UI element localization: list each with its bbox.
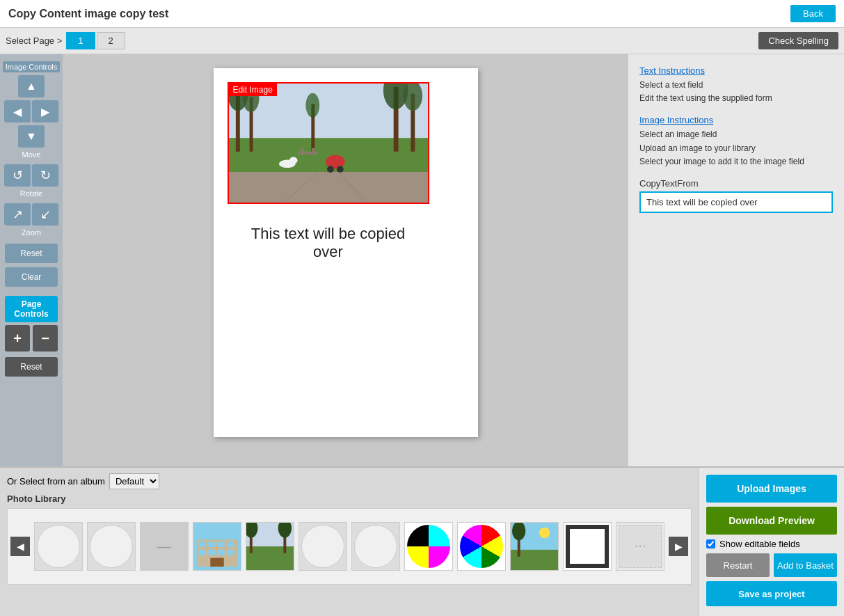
action-row: Restart Add to Basket [706, 553, 837, 577]
show-editable-label: Show editable fields [719, 539, 800, 549]
remove-page-button[interactable]: − [33, 325, 58, 352]
select-page-label: Select Page > [6, 35, 62, 46]
rotate-cw-button[interactable]: ↻ [32, 164, 58, 187]
svg-rect-30 [208, 550, 215, 555]
photo-thumb-rgb[interactable] [457, 522, 506, 571]
album-select[interactable]: Default [109, 473, 159, 489]
header: Copy Content image copy test Back [0, 0, 844, 28]
clear-button[interactable]: Clear [5, 267, 58, 287]
copy-text-input[interactable] [639, 191, 833, 213]
sidebar: Image Controls ▲ ◀ ▶ ▼ Move ↺ ↻ Rotate ↗… [0, 54, 63, 466]
restart-button[interactable]: Restart [706, 553, 770, 577]
image-field[interactable]: Edit Image [228, 82, 429, 204]
page-title: Copy Content image copy test [8, 8, 168, 20]
svg-point-19 [327, 166, 334, 173]
zoom-label: Zoom [22, 228, 41, 237]
text-instructions-body: Select a text fieldEdit the text using t… [639, 79, 833, 105]
photo-thumb-cmyk[interactable] [404, 522, 453, 571]
add-to-basket-button[interactable]: Add to Basket [774, 553, 837, 577]
photo-strip: ◀ — [7, 508, 692, 585]
album-row: Or Select from an album Default [7, 473, 692, 489]
page-controls-label: Page Controls [5, 296, 58, 322]
image-instructions-body: Select an image fieldUpload an image to … [639, 128, 833, 168]
photo-thumb-2[interactable] [87, 522, 136, 571]
upload-images-button[interactable]: Upload Images [706, 475, 837, 503]
image-instructions-link[interactable]: Image Instructions [639, 115, 713, 125]
rotate-label: Rotate [20, 189, 42, 198]
svg-rect-27 [218, 542, 225, 547]
rotate-ccw-button[interactable]: ↺ [4, 164, 31, 187]
move-up-button[interactable]: ▲ [18, 75, 45, 97]
canvas-area: Edit Image [63, 54, 628, 466]
move-right-button[interactable]: ▶ [32, 100, 58, 123]
svg-rect-25 [199, 542, 206, 547]
save-project-button[interactable]: Save as project [706, 581, 837, 606]
text-field[interactable]: This text will be copied over [228, 218, 429, 268]
page-reset-button[interactable]: Reset [5, 357, 58, 377]
svg-rect-31 [218, 550, 225, 555]
svg-rect-13 [297, 152, 318, 155]
photo-thumb-frame[interactable] [563, 522, 612, 571]
svg-point-20 [336, 166, 343, 173]
svg-rect-26 [208, 542, 215, 547]
page-text-content: This text will be copied over [251, 225, 405, 260]
photo-thumb-dotted[interactable]: ··· [616, 522, 664, 571]
svg-point-17 [289, 157, 297, 164]
move-left-button[interactable]: ◀ [4, 100, 31, 123]
svg-rect-28 [228, 542, 234, 547]
show-editable-checkbox[interactable] [706, 539, 715, 548]
svg-rect-29 [199, 550, 206, 555]
svg-rect-32 [228, 550, 234, 555]
photo-thumb-3[interactable]: — [140, 522, 189, 571]
text-instructions-link[interactable]: Text Instructions [639, 65, 705, 76]
move-label: Move [22, 150, 41, 159]
photo-nav-next-button[interactable]: ▶ [669, 537, 688, 556]
main-area: Image Controls ▲ ◀ ▶ ▼ Move ↺ ↻ Rotate ↗… [0, 54, 844, 466]
park-image [229, 84, 428, 203]
svg-rect-2 [229, 172, 428, 203]
zoom-in-button[interactable]: ↗ [4, 203, 31, 226]
check-spelling-button[interactable]: Check Spelling [758, 32, 838, 49]
svg-point-12 [305, 93, 319, 118]
svg-rect-15 [312, 148, 314, 155]
photo-thumb-1[interactable] [34, 522, 83, 571]
svg-rect-35 [246, 546, 294, 570]
download-preview-button[interactable]: Download Preview [706, 507, 837, 535]
photo-nav-prev-button[interactable]: ◀ [10, 537, 30, 556]
svg-point-44 [539, 528, 550, 539]
photo-library-label: Photo Library [7, 493, 692, 504]
park-thumbnail-svg [246, 522, 294, 571]
image-controls-label: Image Controls [3, 61, 60, 72]
svg-rect-33 [210, 558, 223, 567]
svg-text:···: ··· [635, 537, 646, 553]
photo-thumb-5[interactable] [351, 522, 400, 571]
building-thumbnail-svg [193, 522, 241, 571]
dotted-thumbnail-svg: ··· [619, 525, 662, 568]
photo-thumb-outdoor[interactable] [510, 522, 559, 571]
photo-thumb-4[interactable] [298, 522, 347, 571]
add-page-button[interactable]: + [5, 325, 30, 352]
photo-library-area: Or Select from an album Default Photo Li… [0, 468, 699, 616]
right-bottom-panel: Upload Images Download Preview Show edit… [699, 468, 844, 616]
photo-thumb-park[interactable] [246, 522, 294, 571]
edit-image-label: Edit Image [229, 84, 277, 96]
svg-rect-14 [301, 148, 303, 155]
show-editable-row: Show editable fields [706, 539, 837, 549]
back-button[interactable]: Back [790, 5, 836, 22]
reset-button[interactable]: Reset [5, 244, 58, 263]
zoom-out-button[interactable]: ↙ [32, 203, 58, 226]
album-select-label: Or Select from an album [7, 476, 105, 487]
copy-text-from-label: CopyTextFrom [639, 178, 833, 189]
photo-thumb-building[interactable] [193, 522, 241, 571]
outdoor-thumbnail-svg [511, 522, 558, 571]
tab-page-1[interactable]: 1 [66, 32, 95, 49]
bottom-area: Or Select from an album Default Photo Li… [0, 466, 844, 616]
right-panel: Text Instructions Select a text fieldEdi… [628, 54, 844, 466]
page-canvas: Edit Image [214, 68, 478, 437]
tabbar: Select Page > 1 2 Check Spelling [0, 28, 844, 54]
move-down-button[interactable]: ▼ [18, 125, 45, 148]
tab-page-2[interactable]: 2 [97, 32, 125, 49]
svg-point-43 [512, 522, 525, 540]
